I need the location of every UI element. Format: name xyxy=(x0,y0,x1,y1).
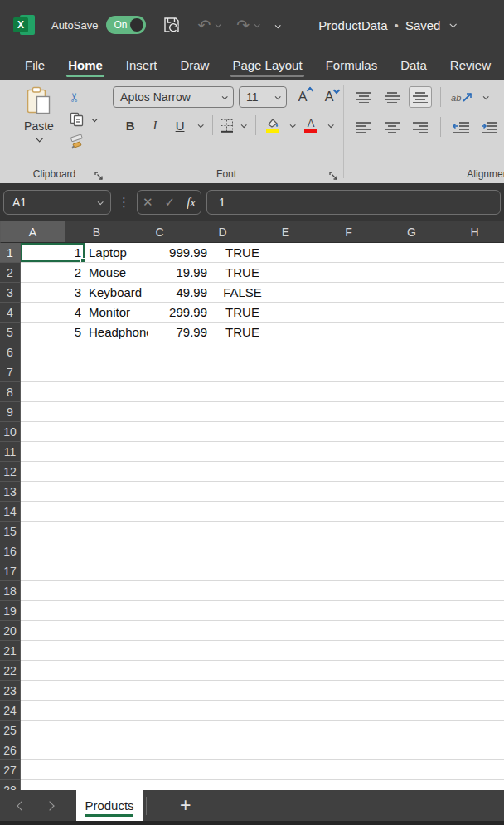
cell-D27[interactable] xyxy=(211,760,274,780)
cell-E3[interactable] xyxy=(274,283,337,303)
cell-C21[interactable] xyxy=(148,641,211,661)
bold-button[interactable]: B xyxy=(119,115,141,135)
font-name-combobox[interactable]: Aptos Narrow xyxy=(113,86,234,108)
cell-D18[interactable] xyxy=(211,581,274,601)
cell-H26[interactable] xyxy=(463,740,504,760)
cell-D5[interactable]: TRUE xyxy=(211,323,274,342)
cell-H12[interactable] xyxy=(463,462,504,482)
cell-C27[interactable] xyxy=(148,760,211,780)
cell-C15[interactable] xyxy=(148,522,211,541)
cancel-icon[interactable]: ✕ xyxy=(143,195,153,210)
cell-A28[interactable] xyxy=(21,780,85,790)
cell-E26[interactable] xyxy=(274,740,337,760)
cell-F4[interactable] xyxy=(337,303,400,323)
row-header-9[interactable]: 9 xyxy=(0,402,21,422)
font-size-combobox[interactable]: 11 xyxy=(239,86,287,108)
excel-logo-icon[interactable]: X xyxy=(13,15,35,35)
cell-H7[interactable] xyxy=(463,362,504,382)
cell-H21[interactable] xyxy=(463,641,504,661)
bottom-align-icon[interactable] xyxy=(409,86,432,108)
cell-C12[interactable] xyxy=(148,462,211,482)
cell-F28[interactable] xyxy=(337,780,400,790)
cell-A5[interactable]: 5 xyxy=(21,323,85,342)
orientation-icon[interactable]: ab xyxy=(449,92,474,103)
cell-G26[interactable] xyxy=(400,740,463,760)
cell-D20[interactable] xyxy=(211,621,274,641)
cell-B7[interactable] xyxy=(85,362,148,382)
menu-tab-page-layout[interactable]: Page Layout xyxy=(220,50,313,80)
cell-C9[interactable] xyxy=(148,402,211,422)
cell-G2[interactable] xyxy=(400,263,463,283)
cell-F18[interactable] xyxy=(337,581,400,601)
cell-C1[interactable]: 999.99 xyxy=(148,243,211,263)
cell-E24[interactable] xyxy=(274,701,337,721)
cell-B8[interactable] xyxy=(85,382,148,402)
cell-G1[interactable] xyxy=(400,243,463,263)
cell-A14[interactable] xyxy=(21,502,85,522)
cut-icon[interactable]: ✂ xyxy=(67,92,82,103)
cell-G13[interactable] xyxy=(400,482,463,502)
cell-F10[interactable] xyxy=(337,422,400,442)
cell-H5[interactable] xyxy=(463,323,504,342)
cell-A21[interactable] xyxy=(21,641,85,661)
add-sheet-button[interactable]: + xyxy=(180,790,191,821)
fill-color-chevron-icon[interactable] xyxy=(286,124,298,128)
cell-H25[interactable] xyxy=(463,721,504,740)
cell-A3[interactable]: 3 xyxy=(21,283,85,303)
column-header-A[interactable]: A xyxy=(1,221,65,243)
align-left-icon[interactable] xyxy=(352,116,376,138)
enter-icon[interactable]: ✓ xyxy=(165,195,176,210)
row-header-8[interactable]: 8 xyxy=(0,382,21,402)
cell-H19[interactable] xyxy=(463,601,504,621)
cell-F15[interactable] xyxy=(337,522,400,541)
title-chevron-icon[interactable] xyxy=(450,21,457,27)
formula-input[interactable]: 1 xyxy=(206,190,501,215)
cell-E15[interactable] xyxy=(274,522,337,541)
cell-A17[interactable] xyxy=(21,561,85,581)
column-header-F[interactable]: F xyxy=(317,221,380,243)
cell-H14[interactable] xyxy=(463,502,504,522)
cell-A26[interactable] xyxy=(21,740,85,760)
cell-B28[interactable] xyxy=(85,780,148,790)
next-sheet-icon[interactable] xyxy=(45,801,54,810)
row-header-11[interactable]: 11 xyxy=(0,442,21,462)
cell-D16[interactable] xyxy=(211,541,274,561)
cell-H18[interactable] xyxy=(463,581,504,601)
italic-button[interactable]: I xyxy=(144,115,166,135)
cell-C24[interactable] xyxy=(148,701,211,721)
cell-E25[interactable] xyxy=(274,721,337,740)
cell-H2[interactable] xyxy=(463,263,504,283)
increase-indent-icon[interactable] xyxy=(477,116,501,138)
row-header-14[interactable]: 14 xyxy=(0,502,21,522)
cell-B21[interactable] xyxy=(85,641,148,661)
cell-A2[interactable]: 2 xyxy=(21,263,85,283)
cell-H17[interactable] xyxy=(463,561,504,581)
copy-icon[interactable] xyxy=(70,112,84,127)
cell-C23[interactable] xyxy=(148,681,211,701)
cell-H28[interactable] xyxy=(463,780,504,790)
cell-F7[interactable] xyxy=(337,362,400,382)
cell-C13[interactable] xyxy=(148,482,211,502)
cell-E21[interactable] xyxy=(274,641,337,661)
cell-D15[interactable] xyxy=(211,522,274,541)
row-header-28[interactable]: 28 xyxy=(0,780,21,790)
cell-B19[interactable] xyxy=(85,601,148,621)
cell-E7[interactable] xyxy=(274,362,337,382)
cell-G8[interactable] xyxy=(400,382,463,402)
cell-B22[interactable] xyxy=(85,661,148,681)
cell-G20[interactable] xyxy=(400,621,463,641)
cell-B5[interactable]: Headphones xyxy=(85,323,148,342)
cell-E19[interactable] xyxy=(274,601,337,621)
cell-G10[interactable] xyxy=(400,422,463,442)
cell-E8[interactable] xyxy=(274,382,337,402)
cell-B9[interactable] xyxy=(85,402,148,422)
row-header-13[interactable]: 13 xyxy=(0,482,21,502)
cell-G22[interactable] xyxy=(400,661,463,681)
decrease-font-size-button[interactable]: A xyxy=(318,87,340,107)
cell-A1[interactable]: 1 xyxy=(21,243,85,263)
align-center-icon[interactable] xyxy=(380,116,404,138)
cell-E17[interactable] xyxy=(274,561,337,581)
cell-A22[interactable] xyxy=(21,661,85,681)
cell-D17[interactable] xyxy=(211,561,274,581)
column-header-E[interactable]: E xyxy=(254,221,317,243)
